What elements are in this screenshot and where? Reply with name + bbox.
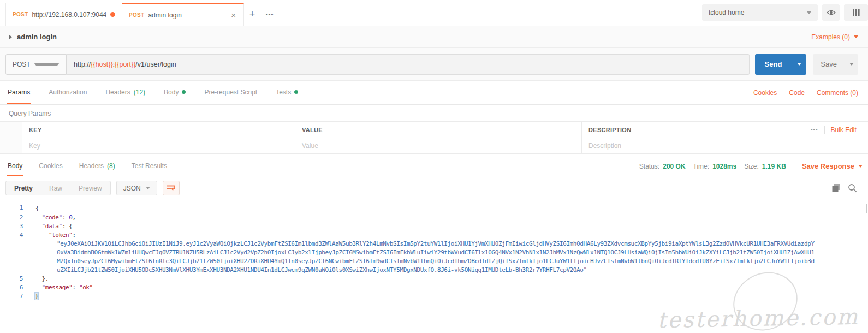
- chevron-down-icon: [797, 63, 801, 66]
- row-handle-cell: [0, 138, 22, 153]
- tab-tests[interactable]: Tests: [275, 81, 299, 104]
- value-input[interactable]: Value: [295, 138, 581, 153]
- spacer: [316, 81, 741, 104]
- open-request-tabs: POST http://192.168.0.107:9044/v1/... PO…: [0, 3, 695, 26]
- request-title-row: admin login Examples (0): [0, 26, 868, 48]
- tab-pre-request-script[interactable]: Pre-request Script: [203, 81, 258, 104]
- url-variable-host: {{host}}: [91, 61, 112, 68]
- request-tab-2-active[interactable]: POST admin login ×: [122, 3, 244, 26]
- close-tab-icon[interactable]: ×: [230, 11, 237, 19]
- response-tab-test-results[interactable]: Test Results: [130, 157, 168, 176]
- tab-params[interactable]: Params: [7, 81, 31, 104]
- environment-area: tcloud home: [695, 0, 868, 26]
- response-tab-body[interactable]: Body: [7, 157, 23, 176]
- code-line-content: }: [35, 292, 868, 301]
- code-line: 6 "message": "ok": [0, 283, 868, 292]
- url-text: http://: [74, 61, 91, 68]
- save-response-dropdown[interactable]: Save Response: [794, 157, 863, 176]
- eye-icon: [827, 9, 836, 16]
- green-dot-icon: [182, 90, 186, 94]
- column-header-description: DESCRIPTION: [588, 127, 631, 133]
- environment-quick-look-button[interactable]: [822, 4, 840, 21]
- new-tab-button[interactable]: +: [244, 3, 260, 26]
- comments-link[interactable]: Comments (0): [817, 81, 858, 104]
- chevron-down-icon: [807, 11, 811, 14]
- tab-authorization[interactable]: Authorization: [47, 81, 88, 104]
- description-placeholder: Description: [588, 142, 621, 150]
- query-params-label: Query Params: [0, 105, 868, 121]
- examples-dropdown[interactable]: Examples (0): [811, 33, 858, 41]
- line-number: 5: [0, 275, 23, 283]
- tab-label: Tests: [276, 88, 291, 96]
- url-text: /v1/user/login: [135, 61, 176, 68]
- headers-count: (12): [134, 88, 145, 96]
- send-options-button[interactable]: [792, 54, 806, 75]
- key-input[interactable]: Key: [22, 138, 295, 153]
- code-line-content: {: [35, 204, 867, 213]
- tab-bar: POST http://192.168.0.107:9044/v1/... PO…: [0, 0, 868, 26]
- response-tab-cookies[interactable]: Cookies: [38, 157, 63, 176]
- line-number: 1: [0, 204, 23, 213]
- request-tab-1[interactable]: POST http://192.168.0.107:9044/v1/...: [5, 3, 122, 26]
- response-tab-headers[interactable]: Headers (8): [78, 157, 116, 176]
- code-line-content: "data": {: [35, 222, 868, 231]
- tab-label: Body: [164, 88, 179, 96]
- divider: [824, 126, 825, 134]
- params-header-row: KEY VALUE DESCRIPTION ••• Bulk Edit: [0, 121, 868, 138]
- tab-label: Body: [8, 162, 22, 170]
- green-dot-icon: [294, 90, 298, 94]
- search-icon: [848, 183, 857, 193]
- line-number: 4: [0, 231, 23, 275]
- copy-button[interactable]: [828, 181, 844, 195]
- response-body[interactable]: 1{2 "code": 0,3 "data": {4 "token":"eyJ0…: [0, 200, 868, 333]
- environment-select[interactable]: tcloud home: [702, 4, 818, 21]
- tab-label: http://192.168.0.107:9044/v1/...: [32, 11, 106, 19]
- size-meta: Size: 1.19 KB: [744, 157, 786, 176]
- view-mode-group: Pretty Raw Preview: [5, 181, 111, 195]
- tab-label: Headers: [79, 162, 104, 170]
- code-line-content: "message": "ok": [35, 283, 868, 292]
- request-tabs: Params Authorization Headers (12) Body P…: [0, 81, 868, 105]
- size-value: 1.19 KB: [762, 163, 786, 170]
- bulk-edit-link[interactable]: Bulk Edit: [831, 126, 857, 134]
- wrap-text-button[interactable]: [163, 181, 180, 195]
- view-mode-raw[interactable]: Raw: [41, 181, 70, 195]
- send-button[interactable]: Send: [755, 54, 792, 75]
- collapse-triangle-icon[interactable]: [9, 34, 12, 40]
- url-variable-port: {{port}}: [115, 61, 135, 68]
- params-empty-row: Key Value Description: [0, 138, 868, 154]
- size-label: Size:: [744, 163, 759, 170]
- line-number: 6: [0, 283, 23, 292]
- params-actions: ••• Bulk Edit: [807, 122, 868, 138]
- save-button-group: Save: [813, 54, 858, 75]
- environment-name: tcloud home: [709, 9, 807, 16]
- save-button[interactable]: Save: [813, 54, 845, 75]
- cookies-link[interactable]: Cookies: [753, 81, 777, 104]
- format-select[interactable]: JSON: [116, 181, 157, 195]
- save-options-button[interactable]: [845, 54, 858, 75]
- search-button[interactable]: [844, 181, 860, 195]
- tab-body[interactable]: Body: [163, 81, 187, 104]
- method-tag: POST: [13, 11, 28, 17]
- time-value: 1028ms: [712, 163, 736, 170]
- column-header-value: VALUE: [302, 127, 323, 133]
- code-link[interactable]: Code: [789, 81, 805, 104]
- environment-settings-button[interactable]: [844, 4, 868, 21]
- format-value: JSON: [123, 185, 141, 192]
- line-number: 3: [0, 222, 23, 231]
- tab-headers[interactable]: Headers (12): [104, 81, 146, 104]
- text-wrap-icon: [167, 185, 175, 192]
- view-mode-pretty[interactable]: Pretty: [6, 181, 41, 195]
- method-select[interactable]: POST: [5, 54, 67, 75]
- url-input[interactable]: http://{{host}}:{{port}}/v1/user/login: [67, 54, 750, 75]
- time-meta: Time: 1028ms: [693, 157, 737, 176]
- more-tabs-button[interactable]: •••: [260, 3, 279, 26]
- tab-label: admin login: [148, 11, 226, 19]
- view-mode-preview[interactable]: Preview: [70, 181, 110, 195]
- more-options-icon[interactable]: •••: [811, 127, 818, 133]
- code-line: 1{: [0, 204, 868, 213]
- code-line-content: },: [35, 275, 868, 283]
- code-line: 7}: [0, 292, 868, 301]
- description-input[interactable]: Description: [581, 138, 807, 153]
- sliders-icon: [852, 9, 860, 16]
